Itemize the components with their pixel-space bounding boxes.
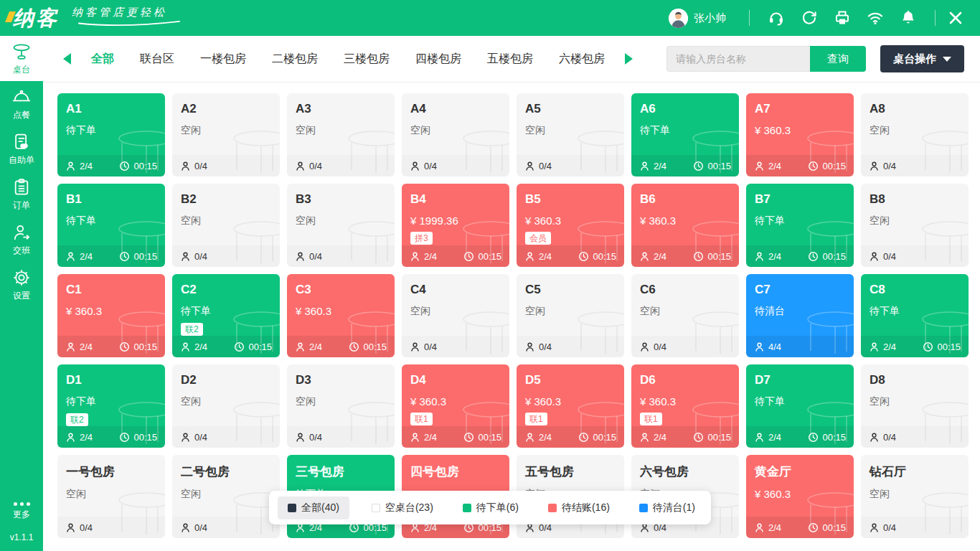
wifi-icon[interactable]	[867, 9, 884, 27]
table-card-B5[interactable]: B5¥ 360.3会员2/400:15	[517, 184, 624, 267]
sidebar-more-button[interactable]: 更多	[0, 495, 43, 528]
table-name: D5	[525, 373, 616, 387]
table-card-A5[interactable]: A5空闲0/4	[517, 93, 624, 176]
table-card-一号包房[interactable]: 一号包房空闲0/4	[57, 455, 165, 538]
occupancy: 2/4	[65, 161, 93, 171]
table-search-input[interactable]	[666, 46, 810, 72]
occupancy: 2/4	[65, 342, 93, 352]
legend-filter-3[interactable]: 待下单(6)	[456, 496, 526, 519]
table-card-A3[interactable]: A3空闲0/4	[287, 93, 395, 176]
table-card-D5[interactable]: D5¥ 360.3联12/400:15	[517, 364, 624, 448]
table-card-footer: 0/4	[517, 336, 624, 357]
sidebar-item-orders[interactable]: 订单	[0, 171, 43, 217]
table-card-B8[interactable]: B8空闲0/4	[861, 184, 969, 267]
timer-value: 00:15	[478, 432, 501, 443]
tabs-scroll-right-icon[interactable]	[625, 53, 633, 65]
person-icon	[65, 432, 76, 443]
table-card-A6[interactable]: A6待下单2/400:15	[631, 93, 739, 176]
occupancy-value: 2/4	[309, 342, 322, 352]
timer: 00:15	[808, 161, 846, 171]
occupancy: 2/4	[65, 251, 93, 262]
table-card-A2[interactable]: A2空闲0/4	[172, 93, 280, 176]
tab-8[interactable]: 六楼包房	[559, 52, 605, 67]
timer-value: 00:15	[707, 432, 731, 443]
table-card-B1[interactable]: B1待下单2/400:15	[57, 184, 165, 267]
table-card-D1[interactable]: D1待下单联22/400:15	[57, 364, 165, 448]
table-card-B6[interactable]: B6¥ 360.32/400:15	[631, 184, 739, 267]
printer-icon[interactable]	[834, 9, 851, 27]
app-logo: 纳客 纳客管店更轻松	[13, 0, 187, 36]
table-card-A8[interactable]: A8空闲0/4	[861, 93, 969, 176]
table-card-B7[interactable]: B7待下单2/400:15	[746, 184, 854, 267]
table-card-二号包房[interactable]: 二号包房空闲0/4	[172, 455, 280, 538]
table-card-C1[interactable]: C1¥ 360.32/400:15	[57, 274, 165, 357]
table-card-D2[interactable]: D2空闲0/4	[172, 364, 280, 448]
logo-slogan: 纳客管店更轻松	[72, 6, 187, 19]
person-icon	[295, 161, 306, 171]
legend-label: 待清台(1)	[653, 501, 695, 514]
table-operations-button[interactable]: 桌台操作	[880, 45, 964, 72]
table-card-C2[interactable]: C2待下单联22/400:15	[172, 274, 280, 357]
table-card-黄金厅[interactable]: 黄金厅¥ 360.32/400:15	[746, 455, 854, 538]
legend-filter-4[interactable]: 待结账(16)	[541, 496, 617, 519]
table-card-D8[interactable]: D8空闲0/4	[861, 364, 969, 448]
table-card-C7[interactable]: C7待清台4/4	[746, 274, 854, 357]
table-card-footer: 0/4	[402, 155, 509, 176]
table-card-B2[interactable]: B2空闲0/4	[172, 184, 280, 267]
user-account[interactable]: 张小帅	[669, 9, 726, 28]
clock-icon	[693, 432, 704, 443]
table-name: D1	[66, 373, 156, 387]
sidebar-item-shift[interactable]: 交班	[0, 217, 43, 262]
table-name: B4	[410, 192, 501, 207]
tab-3[interactable]: 一楼包房	[200, 52, 246, 67]
tab-4[interactable]: 二楼包房	[272, 52, 318, 67]
person-icon	[639, 432, 650, 443]
table-card-C8[interactable]: C8待下单2/400:15	[861, 274, 969, 357]
search-button[interactable]: 查询	[810, 46, 866, 72]
tab-5[interactable]: 三楼包房	[344, 52, 390, 67]
table-card-钻石厅[interactable]: 钻石厅空闲0/4	[861, 455, 969, 538]
legend-filter-1[interactable]: 全部(40)	[278, 496, 349, 519]
table-card-footer: 0/4	[172, 245, 280, 267]
timer: 00:15	[578, 251, 616, 262]
legend-filter-5[interactable]: 待清台(1)	[632, 496, 702, 519]
table-name: C1	[66, 283, 156, 297]
close-icon[interactable]	[947, 9, 964, 27]
tab-6[interactable]: 四楼包房	[415, 52, 461, 67]
table-card-C5[interactable]: C5空闲0/4	[517, 274, 624, 357]
sidebar-item-self-order[interactable]: 自助单	[0, 126, 43, 171]
table-card-A1[interactable]: A1待下单2/400:15	[57, 93, 165, 176]
table-card-D7[interactable]: D7待下单2/400:15	[746, 364, 854, 448]
table-card-footer: 2/400:15	[631, 155, 739, 176]
occupancy-value: 0/4	[883, 161, 896, 171]
tab-2[interactable]: 联台区	[140, 52, 174, 67]
table-card-C4[interactable]: C4空闲0/4	[402, 274, 509, 357]
table-card-C3[interactable]: C3¥ 360.32/400:15	[287, 274, 395, 357]
table-card-A7[interactable]: A7¥ 360.32/400:15	[746, 93, 854, 176]
table-card-D3[interactable]: D3空闲0/4	[287, 364, 395, 448]
table-card-D6[interactable]: D6¥ 360.3联12/400:15	[631, 364, 739, 448]
sidebar-item-tables[interactable]: 桌台	[0, 36, 43, 81]
user-name: 张小帅	[694, 11, 726, 25]
occupancy: 2/4	[410, 432, 437, 443]
person-icon	[524, 161, 535, 171]
person-icon	[639, 251, 650, 262]
table-card-C6[interactable]: C6空闲0/4	[631, 274, 739, 357]
sync-icon[interactable]	[801, 9, 818, 27]
table-card-D4[interactable]: D4¥ 360.3联12/400:15	[402, 364, 509, 448]
sidebar-item-order-food[interactable]: 点餐	[0, 81, 43, 126]
bell-icon[interactable]	[900, 9, 917, 27]
tab-7[interactable]: 五楼包房	[487, 52, 533, 67]
table-badge: 联2	[66, 413, 88, 426]
table-card-footer: 2/400:15	[172, 336, 280, 357]
tab-1[interactable]: 全部	[91, 52, 114, 67]
occupancy: 0/4	[410, 161, 437, 171]
timer: 00:15	[349, 342, 387, 352]
headset-icon[interactable]	[768, 9, 785, 27]
legend-filter-2[interactable]: 空桌台(23)	[364, 496, 440, 519]
sidebar-item-settings[interactable]: 设置	[0, 262, 43, 307]
table-card-B4[interactable]: B4¥ 1999.36拼32/400:15	[402, 184, 509, 267]
table-card-B3[interactable]: B3空闲0/4	[287, 184, 395, 267]
table-card-A4[interactable]: A4空闲0/4	[402, 93, 509, 176]
tabs-scroll-left-icon[interactable]	[63, 53, 71, 65]
